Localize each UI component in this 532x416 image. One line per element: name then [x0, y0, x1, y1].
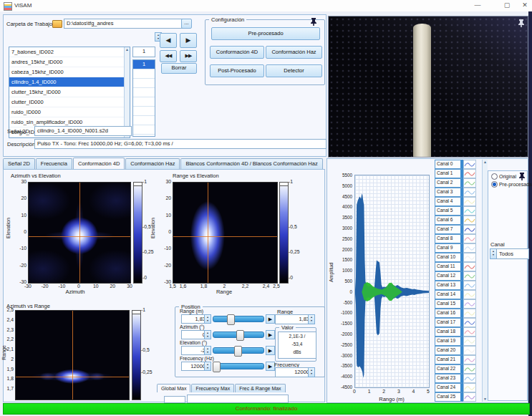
pre-procesado-button[interactable]: Pre-procesado — [211, 27, 320, 40]
heatmap-azimuth-range[interactable] — [15, 310, 130, 400]
tab-conformaci-n-4d[interactable]: Conformación 4D — [73, 158, 125, 169]
channel-waveform-thumb[interactable] — [463, 169, 476, 178]
channel-button[interactable]: Canal 6 — [435, 216, 463, 225]
cursor-vline[interactable] — [208, 183, 208, 283]
range-readout-stepper[interactable]: ▴▾ — [308, 314, 315, 324]
channel-button[interactable]: Canal 22 — [435, 364, 463, 374]
file-item[interactable]: clutter_ID000 — [9, 97, 130, 107]
detector-button[interactable]: Detector — [266, 64, 322, 77]
close-button[interactable]: ✕ — [517, 1, 532, 11]
first-button[interactable]: ◀◀ — [160, 50, 177, 62]
position-row-stepper[interactable]: ▴▾ — [204, 330, 211, 339]
frecuency-readout-value[interactable]: 12000 — [275, 367, 312, 377]
maximize-button[interactable]: ▢ — [499, 1, 515, 11]
channel-waveform-thumb[interactable] — [463, 160, 476, 169]
channel-waveform-thumb[interactable] — [463, 253, 476, 262]
channel-waveform-thumb[interactable] — [463, 392, 476, 402]
channel-waveform-thumb[interactable] — [463, 243, 476, 253]
channel-button[interactable]: Canal 16 — [435, 309, 463, 318]
position-row-stepper[interactable]: ▴▾ — [204, 314, 211, 324]
channel-button[interactable]: Canal 7 — [435, 225, 463, 234]
channel-button[interactable]: Canal 0 — [435, 160, 463, 169]
channel-waveform-thumb[interactable] — [463, 309, 476, 318]
index-list[interactable]: 1 — [132, 59, 155, 137]
channel-waveform-thumb[interactable] — [463, 262, 476, 271]
cursor-hline[interactable] — [173, 236, 277, 237]
channel-button[interactable]: Canal 10 — [435, 253, 463, 262]
channel-button[interactable]: Canal 19 — [435, 337, 463, 346]
conformacion-haz-button[interactable]: Conformación Haz — [266, 46, 322, 59]
channel-button[interactable]: Canal 23 — [435, 374, 463, 383]
index-item-empty[interactable] — [133, 97, 155, 107]
file-item[interactable]: ruido_ID000 — [9, 107, 130, 117]
index-item-empty[interactable] — [133, 69, 155, 79]
tab-blancos-conformaci-n-4d-blancos-conformaci-n-haz[interactable]: Blancos Conformación 4D / Blancos Confor… — [180, 158, 322, 169]
channel-button[interactable]: Canal 14 — [435, 290, 463, 299]
conformacion-4d-button[interactable]: Conformación 4D — [210, 46, 264, 59]
channel-waveform-thumb[interactable] — [463, 234, 476, 243]
tab-frecuencia[interactable]: Frecuencia — [36, 158, 72, 169]
cursor-vline[interactable] — [79, 183, 80, 283]
slider-thumb[interactable] — [213, 362, 221, 372]
position-row-slider[interactable] — [213, 316, 264, 322]
file-list[interactable]: ▲▼ 7_balones_ID002andres_15khz_ID000cabe… — [9, 47, 130, 138]
result-tab-global-max[interactable]: Global Max — [157, 384, 190, 392]
channel-waveform-thumb[interactable] — [463, 225, 476, 234]
position-row-play-button[interactable]: ▶ — [266, 330, 275, 339]
browse-button[interactable]: ... — [181, 19, 192, 29]
channel-button[interactable]: Canal 4 — [435, 197, 463, 206]
pin-icon[interactable] — [518, 173, 526, 180]
channel-button[interactable]: Canal 21 — [435, 355, 463, 364]
channel-waveform-thumb[interactable] — [463, 197, 476, 206]
amplitude-plot[interactable] — [354, 175, 430, 388]
channel-button[interactable]: Canal 17 — [435, 318, 463, 327]
prev-button[interactable]: ◀ — [160, 33, 177, 48]
index-item[interactable]: 1 — [133, 60, 155, 69]
channel-scrollbar[interactable]: ▲▼ — [482, 160, 488, 402]
index-item-empty[interactable] — [133, 116, 155, 125]
senal2d-value[interactable]: cilindro_1.4_ID000_N001.s2d — [34, 126, 132, 136]
file-item[interactable]: clutter_15khz_ID000 — [9, 87, 130, 97]
channel-button[interactable]: Canal 5 — [435, 206, 463, 216]
channel-waveform-thumb[interactable] — [463, 188, 476, 197]
file-item[interactable]: andres_15khz_ID000 — [9, 57, 130, 67]
channel-waveform-thumb[interactable] — [463, 364, 476, 374]
canal-dropdown[interactable]: Todos — [496, 248, 529, 259]
channel-button[interactable]: Canal 1 — [435, 169, 463, 178]
channel-waveform-thumb[interactable] — [463, 337, 476, 346]
position-row-stepper[interactable]: ▴▾ — [204, 362, 211, 371]
channel-waveform-thumb[interactable] — [463, 206, 476, 216]
channel-waveform-thumb[interactable] — [463, 327, 476, 337]
result-tab-frecuency-max[interactable]: Frecuency Max — [191, 384, 234, 392]
cursor-hline[interactable] — [16, 377, 129, 377]
cursor-vline[interactable] — [72, 311, 73, 400]
index-item-empty[interactable] — [133, 107, 155, 116]
channel-waveform-thumb[interactable] — [463, 281, 476, 290]
channel-waveform-thumb[interactable] — [463, 346, 476, 355]
channel-button[interactable]: Canal 20 — [435, 346, 463, 355]
channel-button[interactable]: Canal 15 — [435, 299, 463, 309]
channel-waveform-thumb[interactable] — [463, 216, 476, 225]
channel-waveform-thumb[interactable] — [463, 374, 476, 383]
post-procesado-button[interactable]: Post-Procesado — [210, 64, 264, 77]
channel-button[interactable]: Canal 18 — [435, 327, 463, 337]
result-tab-frec-range-max[interactable]: Frec & Range Max — [235, 384, 285, 392]
channel-button[interactable]: Canal 24 — [435, 383, 463, 392]
channel-waveform-thumb[interactable] — [463, 318, 476, 327]
tab-se-al-2d[interactable]: Señal 2D — [3, 158, 35, 169]
tab-conformaci-n-haz[interactable]: Conformación Haz — [125, 158, 180, 169]
channel-button[interactable]: Canal 12 — [435, 271, 463, 281]
channel-button[interactable]: Canal 3 — [435, 188, 463, 197]
file-item[interactable]: 7_balones_ID002 — [9, 47, 130, 57]
index-item-empty[interactable] — [133, 79, 155, 88]
channel-button[interactable]: Canal 8 — [435, 234, 463, 243]
position-row-play-button[interactable]: ▶ — [266, 314, 275, 324]
next-button[interactable]: ▶ — [180, 33, 197, 48]
heatmap-azimuth-elevation[interactable] — [28, 182, 131, 284]
pin-icon[interactable] — [518, 19, 525, 27]
radio-icon[interactable] — [491, 173, 498, 180]
position-row-stepper[interactable]: ▴▾ — [204, 346, 211, 355]
channel-button[interactable]: Canal 2 — [435, 178, 463, 188]
channel-waveform-thumb[interactable] — [463, 290, 476, 299]
channel-waveform-thumb[interactable] — [463, 383, 476, 392]
